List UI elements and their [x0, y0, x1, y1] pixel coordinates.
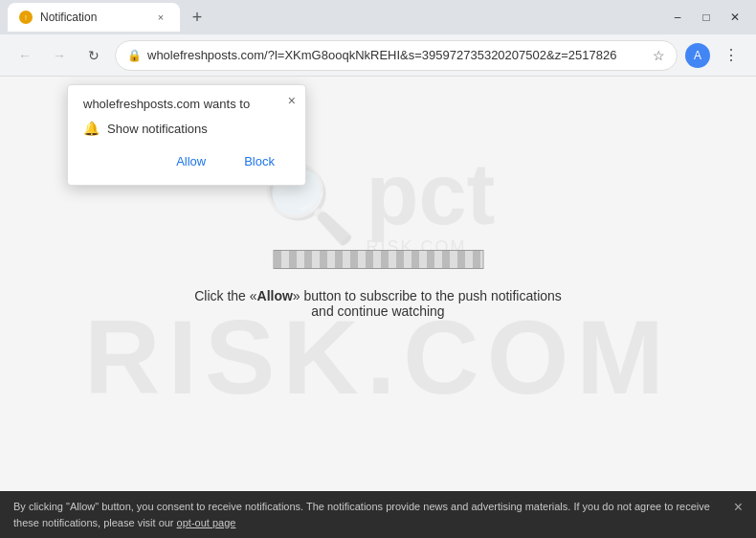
loading-bar	[273, 250, 483, 269]
address-bar: ← → ↻ 🔒 wholefreshposts.com/?l=XKmG8ooqk…	[0, 34, 756, 77]
popup-buttons: Allow Block	[83, 149, 290, 173]
lock-icon: 🔒	[127, 49, 142, 62]
popup-close-button[interactable]: ×	[288, 93, 296, 108]
forward-button[interactable]: →	[46, 42, 73, 69]
block-button[interactable]: Block	[229, 149, 290, 173]
browser-window: ! Notification × + – □ ✕ ← → ↻ 🔒 wholefr…	[0, 0, 756, 538]
opt-out-link[interactable]: opt-out page	[177, 517, 236, 528]
allow-button[interactable]: Allow	[161, 149, 221, 173]
reload-button[interactable]: ↻	[80, 42, 107, 69]
tab-close-button[interactable]: ×	[153, 10, 168, 25]
loading-area: Click the «Allow» button to subscribe to…	[189, 250, 567, 319]
address-input-wrap[interactable]: 🔒 wholefreshposts.com/?l=XKmG8ooqkNkREHI…	[115, 40, 678, 71]
bell-icon: 🔔	[83, 121, 100, 136]
close-button[interactable]: ✕	[722, 4, 748, 31]
title-bar: ! Notification × + – □ ✕	[0, 0, 756, 34]
tab-favicon: !	[19, 11, 33, 24]
watermark-text: pct RISK.COM	[367, 151, 496, 258]
main-instruction-text: Click the «Allow» button to subscribe to…	[189, 288, 567, 319]
bottom-banner: By clicking "Allow" button, you consent …	[0, 491, 756, 538]
menu-button[interactable]: ⋮	[718, 42, 745, 69]
page-content: 🔍 pct RISK.COM RISK.COM Amo × wholefresh…	[0, 77, 756, 491]
banner-main-text: By clicking "Allow" button, you consent …	[13, 501, 710, 528]
new-tab-button[interactable]: +	[184, 4, 211, 31]
svg-text:!: !	[25, 14, 27, 21]
banner-close-button[interactable]: ×	[734, 499, 743, 516]
permission-text: Show notifications	[107, 122, 208, 136]
popup-site-text: wholefreshposts.com wants to	[83, 97, 290, 111]
banner-text: By clicking "Allow" button, you consent …	[13, 499, 726, 530]
maximize-button[interactable]: □	[693, 4, 720, 31]
back-button[interactable]: ←	[11, 42, 38, 69]
url-text: wholefreshposts.com/?l=XKmG8ooqkNkREHI&s…	[147, 48, 647, 62]
minimize-button[interactable]: –	[664, 4, 691, 31]
tab-title: Notification	[40, 11, 145, 24]
profile-icon[interactable]: A	[685, 43, 710, 68]
popup-permission: 🔔 Show notifications	[83, 121, 290, 136]
notification-popup: × wholefreshposts.com wants to 🔔 Show no…	[67, 84, 306, 186]
bookmark-icon[interactable]: ☆	[653, 48, 665, 63]
window-controls: – □ ✕	[664, 4, 748, 31]
browser-tab[interactable]: ! Notification ×	[8, 3, 180, 32]
